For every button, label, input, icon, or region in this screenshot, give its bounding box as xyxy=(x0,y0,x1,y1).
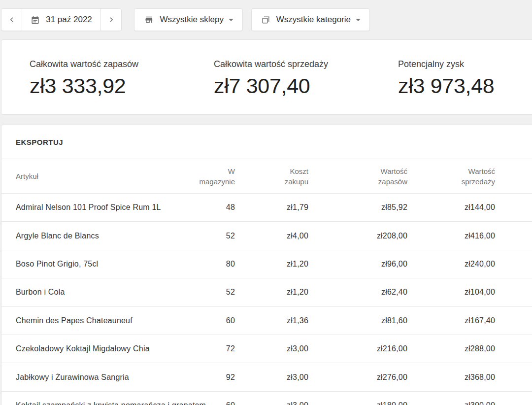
cell-sales-value: zł240,00 xyxy=(407,260,495,269)
cell-purchase-cost: zł3,00 xyxy=(235,401,308,405)
cell-sales-value: zł144,00 xyxy=(407,203,495,212)
table-row[interactable]: Koktajl szampański z krwistą pomarańczą … xyxy=(1,392,532,405)
stat-sales-value: Całkowita wartość sprzedaży zł7 307,40 xyxy=(214,59,328,98)
table-row[interactable]: Boso Pinot Grigio, 75cl 80 zł1,20 zł96,0… xyxy=(1,250,532,278)
stat-inventory-value: Całkowita wartość zapasów zł3 333,92 xyxy=(30,59,138,98)
calendar-icon xyxy=(31,15,40,25)
cell-article: Koktajl szampański z krwistą pomarańczą … xyxy=(16,401,191,405)
cell-inventory-value: zł276,00 xyxy=(308,373,407,382)
stat-label: Całkowita wartość sprzedaży xyxy=(214,59,328,69)
table-body: Admiral Nelson 101 Proof Spice Rum 1L 48… xyxy=(1,194,532,405)
cell-in-stock: 60 xyxy=(191,401,235,405)
table-row[interactable]: Chemin des Papes Chateauneuf 60 zł1,36 z… xyxy=(1,307,532,335)
summary-card: Całkowita wartość zapasów zł3 333,92 Cał… xyxy=(1,39,532,115)
cell-article: Boso Pinot Grigio, 75cl xyxy=(16,260,191,269)
cell-article: Admiral Nelson 101 Proof Spice Rum 1L xyxy=(16,203,191,212)
table-row[interactable]: Jabłkowy i Żurawinowa Sangria 92 zł3,00 … xyxy=(1,363,532,391)
cell-in-stock: 52 xyxy=(191,288,235,297)
cell-purchase-cost: zł1,79 xyxy=(235,203,308,212)
cell-sales-value: zł288,00 xyxy=(407,344,495,353)
cell-purchase-cost: zł1,20 xyxy=(235,288,308,297)
store-icon xyxy=(144,15,154,25)
cell-article: Burbon i Cola xyxy=(16,288,191,297)
table-row[interactable]: Czekoladowy Koktajl Migdałowy Chia 72 zł… xyxy=(1,335,532,363)
cell-purchase-cost: zł3,00 xyxy=(235,344,308,353)
chevron-down-icon xyxy=(356,19,361,21)
stat-label: Całkowita wartość zapasów xyxy=(30,59,138,69)
stores-filter-dropdown[interactable]: Wszystkie sklepy xyxy=(134,8,243,31)
stat-value: zł3 973,48 xyxy=(398,74,494,98)
categories-filter-label: Wszystkie kategorie xyxy=(276,15,351,25)
cell-in-stock: 80 xyxy=(191,260,235,269)
column-header-in-stock[interactable]: W magazynie xyxy=(191,166,235,187)
cell-article: Chemin des Papes Chateauneuf xyxy=(16,316,191,325)
cell-article: Jabłkowy i Żurawinowa Sangria xyxy=(16,373,191,382)
cell-inventory-value: zł81,60 xyxy=(308,316,407,325)
cell-article: Czekoladowy Koktajl Migdałowy Chia xyxy=(16,344,191,353)
cell-in-stock: 72 xyxy=(191,344,235,353)
column-header-inventory-value[interactable]: Wartość zapasów xyxy=(308,166,407,187)
cell-inventory-value: zł85,92 xyxy=(308,203,407,212)
cell-inventory-value: zł180,00 xyxy=(308,401,407,405)
chevron-right-icon xyxy=(107,15,116,24)
chevron-left-icon xyxy=(7,15,16,24)
cell-inventory-value: zł216,00 xyxy=(308,344,407,353)
categories-icon xyxy=(262,15,270,25)
stat-value: zł7 307,40 xyxy=(214,74,328,98)
table-row[interactable]: Burbon i Cola 52 zł1,20 zł62,40 zł104,00 xyxy=(1,278,532,306)
cell-in-stock: 92 xyxy=(191,373,235,382)
previous-day-button[interactable] xyxy=(1,9,22,31)
cell-article: Argyle Blanc de Blancs xyxy=(16,232,191,240)
table-row[interactable]: Admiral Nelson 101 Proof Spice Rum 1L 48… xyxy=(1,194,532,222)
export-row: EKSPORTUJ xyxy=(1,125,532,159)
cell-in-stock: 52 xyxy=(191,232,235,240)
table-row[interactable]: Argyle Blanc de Blancs 52 zł4,00 zł208,0… xyxy=(1,222,532,250)
stores-filter-label: Wszystkie sklepy xyxy=(160,15,224,25)
chevron-down-icon xyxy=(229,19,233,21)
cell-purchase-cost: zł3,00 xyxy=(235,373,308,382)
cell-purchase-cost: zł1,20 xyxy=(235,260,308,269)
cell-sales-value: zł167,40 xyxy=(407,316,495,325)
cell-purchase-cost: zł1,36 xyxy=(235,316,308,325)
cell-sales-value: zł300,00 xyxy=(407,401,495,405)
cell-in-stock: 48 xyxy=(191,203,235,212)
cell-sales-value: zł104,00 xyxy=(407,288,495,297)
cell-in-stock: 60 xyxy=(191,316,235,325)
export-button[interactable]: EKSPORTUJ xyxy=(16,138,63,146)
categories-filter-dropdown[interactable]: Wszystkie kategorie xyxy=(251,8,370,31)
stat-label: Potencjalny zysk xyxy=(398,59,494,69)
date-picker-button[interactable]: 31 paź 2022 xyxy=(22,9,101,31)
inventory-table-card: EKSPORTUJ Artykuł W magazynie Koszt zaku… xyxy=(1,125,532,405)
cell-inventory-value: zł96,00 xyxy=(308,260,407,269)
cell-sales-value: zł368,00 xyxy=(407,373,495,382)
date-label: 31 paź 2022 xyxy=(46,15,92,25)
column-header-sales-value[interactable]: Wartość sprzedaży xyxy=(407,166,495,187)
stat-value: zł3 333,92 xyxy=(30,74,138,98)
stat-potential-profit: Potencjalny zysk zł3 973,48 xyxy=(398,59,494,98)
table-header: Artykuł W magazynie Koszt zakupu Wartość… xyxy=(1,159,532,194)
cell-purchase-cost: zł4,00 xyxy=(235,232,308,240)
cell-sales-value: zł416,00 xyxy=(407,232,495,240)
cell-inventory-value: zł62,40 xyxy=(308,288,407,297)
column-header-purchase-cost[interactable]: Koszt zakupu xyxy=(235,166,308,187)
next-day-button[interactable] xyxy=(101,9,121,31)
cell-inventory-value: zł208,00 xyxy=(308,232,407,240)
column-header-article[interactable]: Artykuł xyxy=(16,171,191,181)
date-navigator: 31 paź 2022 xyxy=(1,8,122,31)
